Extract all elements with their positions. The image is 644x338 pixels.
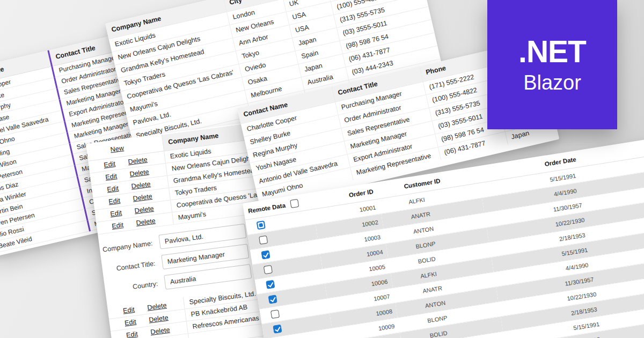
row-checkbox[interactable] <box>259 236 268 245</box>
edit-button[interactable]: Edit <box>104 160 116 169</box>
row-checkbox[interactable] <box>268 295 277 304</box>
edit-button[interactable]: Edit <box>126 330 138 338</box>
delete-button[interactable]: Delete <box>136 217 156 227</box>
dotnet-logo-text: .NET <box>518 36 586 67</box>
new-button[interactable]: New <box>110 144 125 153</box>
row-checkbox[interactable] <box>261 250 270 259</box>
delete-button[interactable]: Delete <box>129 168 150 178</box>
delete-button[interactable]: Delete <box>147 302 167 312</box>
delete-button[interactable]: Delete <box>128 156 148 166</box>
row-checkbox[interactable] <box>257 221 266 230</box>
edit-button[interactable]: Edit <box>107 184 119 193</box>
edit-button[interactable]: Edit <box>122 306 135 315</box>
contact-title-label: Contact Title: <box>102 259 163 274</box>
blazor-logo-text: Blazor <box>523 72 581 93</box>
edit-button[interactable]: Edit <box>105 172 118 181</box>
select-all-checkbox[interactable] <box>290 199 299 208</box>
row-checkbox[interactable] <box>266 280 275 289</box>
delete-button[interactable]: Delete <box>134 204 155 215</box>
edit-button[interactable]: Edit <box>124 318 136 327</box>
stage: Contact Name Contact Title Charlotte Coo… <box>0 0 644 338</box>
delete-button[interactable]: Delete <box>150 326 171 336</box>
edit-button[interactable]: Edit <box>110 209 122 218</box>
remote-data-label: Remote Data <box>247 202 286 214</box>
company-name-label: Company Name: <box>99 238 160 253</box>
row-checkbox[interactable] <box>270 310 280 319</box>
delete-button[interactable]: Delete <box>133 192 153 202</box>
row-checkbox[interactable] <box>273 325 282 334</box>
dotnet-blazor-badge: .NET Blazor <box>487 0 617 129</box>
delete-button[interactable]: Delete <box>149 314 169 324</box>
edit-button[interactable]: Edit <box>108 196 121 205</box>
delete-button[interactable]: Delete <box>131 180 151 190</box>
edit-button[interactable]: Edit <box>112 221 124 230</box>
country-label: Country: <box>105 279 165 294</box>
row-checkbox[interactable] <box>264 265 273 274</box>
